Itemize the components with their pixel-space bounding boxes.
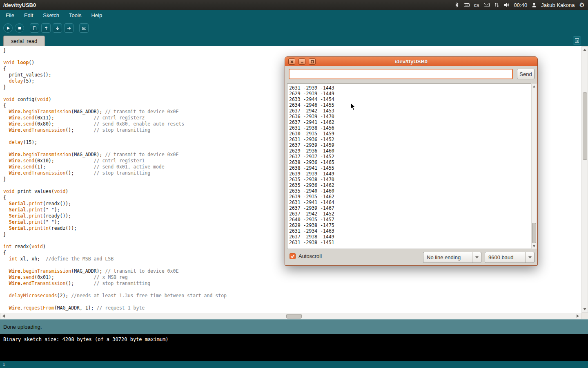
save-button[interactable] xyxy=(53,23,62,33)
new-sketch-icon xyxy=(32,26,37,31)
serial-line: 2639 -2939 -1449 xyxy=(289,171,531,177)
line-ending-dropdown[interactable]: No line ending xyxy=(423,252,481,263)
build-console: Binary sketch size: 4208 bytes (of a 307… xyxy=(0,334,588,361)
minimize-button[interactable] xyxy=(298,58,305,65)
scroll-down-arrow[interactable] xyxy=(582,307,588,312)
editor-hscroll-thumb[interactable] xyxy=(286,314,302,319)
serial-line: 2630 -2935 -1459 xyxy=(289,131,531,137)
serial-line: 2631 -2941 -1464 xyxy=(289,200,531,205)
baud-rate-dropdown[interactable]: 9600 baud xyxy=(485,252,535,263)
line-number-indicator: 1 xyxy=(2,362,5,367)
menu-sketch[interactable]: Sketch xyxy=(38,10,64,21)
open-icon xyxy=(44,26,49,31)
menu-edit[interactable]: Edit xyxy=(19,10,38,21)
serial-line: 2635 -2936 -1462 xyxy=(289,182,531,188)
code-line xyxy=(3,299,581,305)
new-button[interactable] xyxy=(30,23,39,33)
serial-send-input[interactable] xyxy=(289,69,513,79)
new-tab-icon xyxy=(575,38,579,43)
clock-label[interactable]: 00:40 xyxy=(514,2,528,8)
serial-scroll-down-arrow[interactable] xyxy=(532,244,537,248)
verify-button[interactable] xyxy=(3,23,13,33)
serial-output-area: 2631 -2939 -14432629 -2939 -14492633 -29… xyxy=(287,83,531,249)
serial-line: 2629 -2938 -1475 xyxy=(289,222,531,228)
close-button[interactable] xyxy=(288,58,295,65)
desktop-top-panel: /dev/ttyUSB0 cs 00:40 Jakub Kakona ⚙ xyxy=(0,0,588,10)
serial-bottom-bar: Autoscroll No line ending 9600 baud xyxy=(285,252,537,264)
keyboard-layout-label[interactable]: cs xyxy=(474,2,479,8)
serial-monitor-icon xyxy=(82,26,87,31)
serial-monitor-button[interactable] xyxy=(79,23,89,33)
upload-button[interactable] xyxy=(64,23,74,33)
serial-scrollbar[interactable] xyxy=(531,83,537,249)
serial-line: 2631 -2938 -1456 xyxy=(289,125,531,131)
chevron-down-icon[interactable] xyxy=(525,252,534,263)
serial-line: 2631 -2939 -1443 xyxy=(289,85,531,91)
maximize-button[interactable] xyxy=(309,58,316,65)
console-output: Binary sketch size: 4208 bytes (of a 307… xyxy=(3,337,585,342)
code-line: delayMicroseconds(2); //needs at least 1… xyxy=(3,293,581,299)
serial-scroll-up-arrow[interactable] xyxy=(532,84,537,88)
bluetooth-icon[interactable] xyxy=(454,2,459,8)
send-button[interactable]: Send xyxy=(517,69,535,79)
tab-label: serial_read xyxy=(11,38,37,44)
code-line xyxy=(3,287,581,293)
serial-line: 2636 -2939 -1470 xyxy=(289,114,531,119)
serial-line: 2631 -2934 -1463 xyxy=(289,228,531,234)
network-arrows-icon[interactable] xyxy=(494,2,499,8)
serial-line: 2629 -2936 -1460 xyxy=(289,148,531,154)
chevron-down-icon[interactable] xyxy=(472,252,481,263)
serial-line: 2631 -2938 -1451 xyxy=(289,240,531,245)
serial-monitor-window: /dev/ttyUSB0 Send 2631 -2939 -14432629 -… xyxy=(285,56,538,266)
serial-window-titlebar[interactable]: /dev/ttyUSB0 xyxy=(285,57,537,66)
minimize-icon xyxy=(300,59,305,64)
volume-icon[interactable] xyxy=(504,2,510,8)
editor-vscroll-thumb[interactable] xyxy=(583,92,587,160)
serial-line: 2638 -2936 -1465 xyxy=(289,159,531,165)
mail-icon[interactable] xyxy=(484,2,490,7)
scroll-left-arrow[interactable] xyxy=(1,313,6,319)
serial-line: 2631 -2936 -1452 xyxy=(289,137,531,142)
upload-icon xyxy=(67,26,71,31)
serial-scroll-thumb[interactable] xyxy=(532,223,536,243)
keyboard-icon[interactable] xyxy=(464,2,470,8)
code-line: } xyxy=(3,47,581,54)
scroll-up-arrow[interactable] xyxy=(582,47,588,52)
tab-menu-button[interactable] xyxy=(573,36,581,45)
active-window-title: /dev/ttyUSB0 xyxy=(3,2,36,8)
open-button[interactable] xyxy=(41,23,51,33)
stop-icon xyxy=(17,26,22,31)
close-icon xyxy=(290,59,294,64)
serial-line: 2638 -2941 -1455 xyxy=(289,165,531,171)
serial-line: 2637 -2938 -1449 xyxy=(289,234,531,240)
menu-help[interactable]: Help xyxy=(86,10,107,21)
code-line: Wire.beginTransmission(MAG_ADDR); // tra… xyxy=(3,268,581,274)
serial-line: 2634 -2946 -1455 xyxy=(289,102,531,108)
baud-rate-value: 9600 baud xyxy=(485,254,525,260)
serial-line: 2635 -2938 -1470 xyxy=(289,177,531,182)
toolbar xyxy=(0,21,588,35)
session-gear-icon[interactable]: ⚙ xyxy=(579,1,585,9)
stop-button[interactable] xyxy=(15,23,24,33)
code-line: Wire.requestFrom(MAG_ADDR, 1); // reques… xyxy=(3,305,581,311)
editor-vertical-scrollbar[interactable] xyxy=(581,46,588,313)
autoscroll-checkbox[interactable] xyxy=(290,253,296,259)
line-ending-value: No line ending xyxy=(423,254,472,260)
serial-line: 2629 -2939 -1449 xyxy=(289,91,531,96)
maximize-icon xyxy=(310,59,315,64)
status-message: Done uploading. xyxy=(3,324,42,330)
code-line: Wire.endTransmission(); // stop transmit… xyxy=(3,280,581,287)
editor-horizontal-scrollbar[interactable] xyxy=(0,313,581,319)
user-icon[interactable] xyxy=(532,2,537,8)
serial-line: 2637 -2942 -1453 xyxy=(289,108,531,114)
menu-tools[interactable]: Tools xyxy=(64,10,86,21)
footer-bar: 1 xyxy=(0,361,588,368)
serial-window-title: /dev/ttyUSB0 xyxy=(285,58,537,65)
save-icon xyxy=(55,26,60,31)
scroll-right-arrow[interactable] xyxy=(575,313,580,319)
tab-serial-read[interactable]: serial_read xyxy=(3,36,45,46)
serial-line: 2637 -2941 -1462 xyxy=(289,119,531,125)
menu-file[interactable]: File xyxy=(1,10,19,21)
username-label[interactable]: Jakub Kakona xyxy=(541,2,575,8)
serial-line: 2633 -2944 -1454 xyxy=(289,96,531,102)
